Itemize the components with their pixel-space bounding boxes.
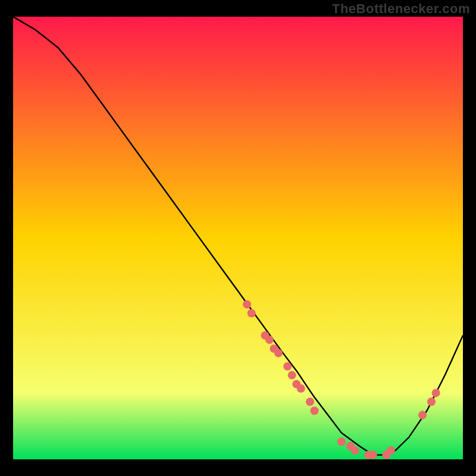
- plot-area: [13, 17, 463, 459]
- data-marker: [274, 349, 283, 357]
- data-marker: [306, 397, 314, 406]
- chart-frame: TheBottlenecker.com: [0, 0, 476, 476]
- data-marker: [283, 362, 292, 371]
- watermark-text: TheBottlenecker.com: [332, 1, 470, 17]
- data-marker: [427, 397, 436, 406]
- data-marker: [311, 406, 319, 415]
- data-marker: [418, 411, 427, 419]
- data-marker: [243, 300, 251, 309]
- data-marker: [432, 389, 440, 397]
- data-marker: [265, 336, 274, 344]
- data-marker: [369, 451, 377, 459]
- data-marker: [337, 437, 346, 446]
- data-marker: [351, 446, 359, 455]
- data-marker: [387, 446, 395, 455]
- gradient-background: [13, 17, 463, 459]
- data-marker: [288, 371, 296, 380]
- chart-svg: [13, 17, 463, 459]
- data-marker: [248, 309, 256, 318]
- data-marker: [297, 384, 305, 393]
